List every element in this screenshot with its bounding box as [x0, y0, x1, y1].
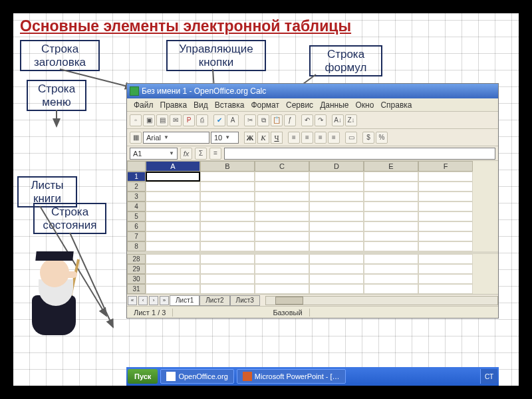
cell[interactable] [255, 231, 309, 241]
col-hdr-C[interactable]: C [255, 161, 309, 172]
menu-help[interactable]: Справка [378, 100, 414, 110]
cell[interactable] [146, 221, 200, 231]
row-hdr[interactable]: 28 [127, 254, 146, 264]
cell[interactable] [418, 201, 473, 211]
cell[interactable] [418, 231, 473, 241]
cell[interactable] [364, 211, 418, 221]
col-hdr-E[interactable]: E [364, 161, 418, 172]
cell[interactable] [146, 182, 200, 192]
row-hdr[interactable]: 4 [127, 201, 146, 211]
col-hdr-D[interactable]: D [309, 161, 364, 172]
font-size-select[interactable]: 10 ▼ [211, 132, 239, 144]
h-scrollbar[interactable] [265, 296, 498, 305]
open-icon[interactable]: ▣ [143, 114, 155, 126]
cell[interactable] [364, 264, 418, 274]
cell[interactable] [146, 274, 200, 284]
cell[interactable] [255, 211, 309, 221]
mail-icon[interactable]: ✉ [170, 114, 182, 126]
cell[interactable] [364, 182, 418, 192]
row-hdr[interactable]: 2 [127, 182, 146, 192]
menu-edit[interactable]: Правка [158, 100, 190, 110]
cut-icon[interactable]: ✂ [244, 114, 256, 126]
cell[interactable] [309, 241, 364, 251]
cell[interactable] [255, 274, 309, 284]
sum-icon[interactable]: Σ [195, 148, 207, 160]
align-right-icon[interactable]: ≡ [315, 132, 327, 144]
start-button[interactable]: Пуск [128, 369, 158, 384]
cell[interactable] [200, 254, 255, 264]
row-hdr[interactable]: 5 [127, 211, 146, 221]
row-hdr[interactable]: 7 [127, 231, 146, 241]
tab-sheet3[interactable]: Лист3 [230, 295, 260, 306]
italic-button[interactable]: К [257, 132, 269, 144]
cell[interactable] [200, 201, 255, 211]
row-hdr[interactable]: 29 [127, 264, 146, 274]
cell[interactable] [309, 182, 364, 192]
cell[interactable] [418, 241, 473, 251]
cell[interactable] [146, 192, 200, 201]
cell[interactable] [364, 192, 418, 201]
cell[interactable] [200, 231, 255, 241]
cell[interactable] [255, 241, 309, 251]
align-left-icon[interactable]: ≡ [288, 132, 300, 144]
cell[interactable] [146, 172, 200, 182]
underline-button[interactable]: Ч [271, 132, 283, 144]
menu-view[interactable]: Вид [191, 100, 211, 110]
menu-window[interactable]: Окно [352, 100, 376, 110]
cell[interactable] [364, 284, 418, 294]
new-icon[interactable]: ▫ [130, 114, 142, 126]
cell[interactable] [309, 231, 364, 241]
undo-icon[interactable]: ↶ [301, 114, 313, 126]
cell[interactable] [200, 192, 255, 201]
task-powerpoint[interactable]: Microsoft PowerPoint - [… [237, 369, 346, 384]
cell[interactable] [418, 221, 473, 231]
tab-sheet1[interactable]: Лист1 [170, 295, 200, 306]
titlebar[interactable]: Без имени 1 - OpenOffice.org Calc [127, 84, 498, 98]
cell[interactable] [200, 274, 255, 284]
row-hdr[interactable]: 6 [127, 221, 146, 231]
cell[interactable] [364, 274, 418, 284]
cell[interactable] [309, 274, 364, 284]
cell[interactable] [418, 192, 473, 201]
system-tray[interactable]: СТ [480, 369, 497, 384]
align-justify-icon[interactable]: ≡ [328, 132, 340, 144]
font-select[interactable]: Arial ▼ [143, 132, 209, 144]
menubar[interactable]: Файл Правка Вид Вставка Формат Сервис Да… [127, 98, 498, 112]
row-hdr[interactable]: 8 [127, 241, 146, 251]
sort-asc-icon[interactable]: A↓ [332, 114, 344, 126]
spellcheck-icon[interactable]: ✔ [213, 114, 225, 126]
save-icon[interactable]: ▤ [156, 114, 168, 126]
currency-icon[interactable]: $ [362, 132, 374, 144]
prev-sheet-icon[interactable]: ‹ [138, 296, 148, 305]
cell[interactable] [418, 254, 473, 264]
row-hdr[interactable]: 31 [127, 284, 146, 294]
cell[interactable] [309, 172, 364, 182]
formula-input[interactable] [224, 148, 495, 160]
cell[interactable] [255, 221, 309, 231]
cell[interactable] [364, 172, 418, 182]
cell[interactable] [364, 221, 418, 231]
cell[interactable] [364, 254, 418, 264]
cell[interactable] [200, 241, 255, 251]
merge-icon[interactable]: ▭ [345, 132, 357, 144]
cell[interactable] [255, 254, 309, 264]
cell[interactable] [418, 284, 473, 294]
pdf-icon[interactable]: P [183, 114, 195, 126]
cell[interactable] [255, 264, 309, 274]
cell[interactable] [418, 211, 473, 221]
row-hdr[interactable]: 30 [127, 274, 146, 284]
row-hdr[interactable]: 1 [127, 172, 146, 182]
cell[interactable] [364, 241, 418, 251]
cell[interactable] [200, 211, 255, 221]
menu-format[interactable]: Формат [248, 100, 282, 110]
menu-insert[interactable]: Вставка [212, 100, 247, 110]
equals-icon[interactable]: = [209, 148, 221, 160]
fx-icon[interactable]: fx [180, 148, 192, 160]
cell[interactable] [146, 284, 200, 294]
task-openoffice[interactable]: OpenOffice.org [160, 369, 233, 384]
redo-icon[interactable]: ↷ [315, 114, 327, 126]
cell[interactable] [200, 284, 255, 294]
cell[interactable] [309, 201, 364, 211]
print-icon[interactable]: ⎙ [196, 114, 208, 126]
last-sheet-icon[interactable]: » [160, 296, 169, 305]
